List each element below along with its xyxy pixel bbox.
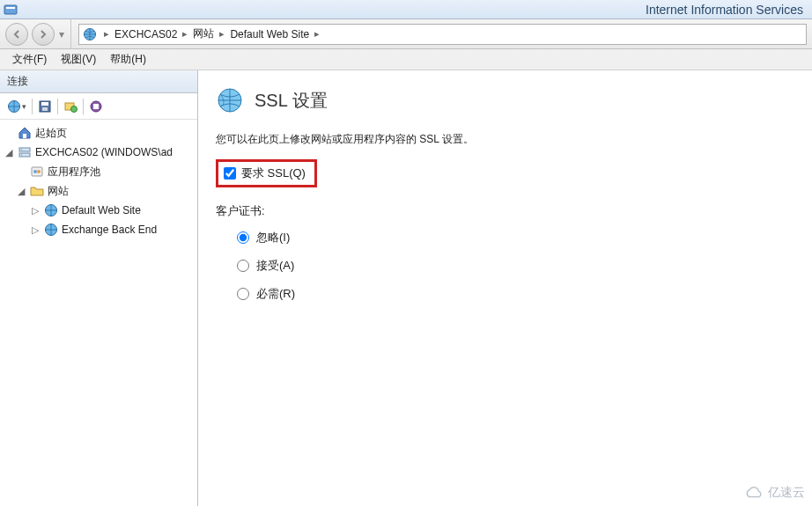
tree-exchange-backend[interactable]: ▷ Exchange Back End: [0, 220, 197, 239]
tree-label: 起始页: [35, 126, 67, 141]
page-title-row: SSL 设置: [216, 86, 794, 114]
tree-label: EXCHCAS02 (WINDOWS\ad: [35, 146, 173, 158]
collapse-icon[interactable]: ◢: [16, 186, 26, 197]
tree-label: Exchange Back End: [62, 224, 157, 236]
stop-button[interactable]: [87, 98, 105, 115]
breadcrumb-sites[interactable]: 网站: [191, 26, 216, 41]
svg-point-15: [21, 154, 23, 156]
connect-button[interactable]: ▾: [5, 98, 28, 115]
breadcrumb-server[interactable]: EXCHCAS02: [113, 28, 179, 40]
page-title: SSL 设置: [255, 89, 328, 113]
tree-app-pools[interactable]: 应用程序池: [0, 162, 197, 181]
radio-accept-label[interactable]: 接受(A): [256, 258, 294, 274]
chevron-down-icon: ▾: [22, 102, 26, 111]
svg-point-18: [37, 170, 41, 173]
chevron-right-icon: ▸: [216, 28, 228, 40]
toolbar-separator: [57, 99, 58, 114]
save-button[interactable]: [36, 98, 54, 115]
page-description: 您可以在此页上修改网站或应用程序内容的 SSL 设置。: [216, 132, 794, 147]
folder-icon: [30, 184, 44, 198]
connections-tree: 起始页 ◢ EXCHCAS02 (WINDOWS\ad 应用程序池 ◢: [0, 120, 197, 506]
breadcrumb-default-site[interactable]: Default Web Site: [228, 28, 311, 40]
menu-view[interactable]: 视图(V): [54, 50, 103, 69]
body: 连接 ▾ 起始页: [0, 70, 812, 506]
connections-toolbar: ▾: [0, 93, 197, 120]
collapse-icon[interactable]: ◢: [4, 147, 14, 158]
refresh-button[interactable]: [62, 98, 79, 115]
radio-require-label[interactable]: 必需(R): [256, 286, 295, 302]
chevron-right-icon: ▸: [179, 28, 191, 40]
radio-ignore-label[interactable]: 忽略(I): [256, 230, 290, 246]
address-bar[interactable]: ▸ EXCHCAS02▸ 网站▸ Default Web Site▸: [78, 24, 807, 45]
menu-help[interactable]: 帮助(H): [103, 50, 153, 69]
content-pane: SSL 设置 您可以在此页上修改网站或应用程序内容的 SSL 设置。 要求 SS…: [198, 70, 812, 506]
expand-icon[interactable]: ▷: [30, 224, 41, 236]
tree-label: 网站: [48, 184, 69, 199]
require-ssl-checkbox[interactable]: [224, 167, 236, 180]
forward-button[interactable]: [32, 23, 55, 46]
app-icon: [4, 3, 18, 17]
tree-sites[interactable]: ◢ 网站: [0, 181, 197, 201]
connections-pane: 连接 ▾ 起始页: [0, 70, 198, 506]
watermark: 亿速云: [743, 485, 805, 501]
tree-label: Default Web Site: [62, 204, 141, 216]
require-ssl-label[interactable]: 要求 SSL(Q): [241, 165, 306, 181]
radio-ignore[interactable]: [237, 231, 249, 244]
tree-label: 应用程序池: [48, 165, 100, 180]
svg-point-14: [21, 149, 23, 150]
server-icon: [18, 145, 32, 159]
nav-bar: ▾ ▸ EXCHCAS02▸ 网站▸ Default Web Site▸: [0, 19, 812, 49]
require-ssl-highlight: 要求 SSL(Q): [216, 159, 317, 187]
globe-icon: [44, 223, 58, 237]
radio-row-require: 必需(R): [237, 286, 794, 302]
tree-start-page[interactable]: 起始页: [0, 123, 197, 143]
svg-rect-5: [41, 102, 48, 106]
radio-row-accept: 接受(A): [237, 258, 794, 274]
cloud-icon: [743, 485, 763, 501]
radio-accept[interactable]: [237, 260, 249, 272]
app-pool-icon: [30, 165, 44, 179]
client-cert-radio-group: 忽略(I) 接受(A) 必需(R): [216, 230, 794, 302]
globe-icon: [83, 27, 97, 41]
svg-rect-6: [42, 107, 48, 111]
svg-rect-11: [23, 134, 26, 138]
title-bar: Internet Information Services: [0, 0, 812, 19]
toolbar-separator: [32, 99, 33, 114]
svg-point-17: [33, 170, 37, 173]
toolbar-separator: [83, 99, 84, 114]
expand-icon[interactable]: ▷: [30, 205, 41, 216]
svg-rect-1: [6, 7, 15, 9]
client-cert-label: 客户证书:: [216, 203, 794, 219]
svg-rect-0: [4, 5, 17, 14]
svg-rect-10: [93, 104, 99, 109]
connections-header: 连接: [0, 70, 197, 93]
home-icon: [18, 126, 32, 140]
tree-server[interactable]: ◢ EXCHCAS02 (WINDOWS\ad: [0, 143, 197, 162]
nav-buttons: ▾: [0, 19, 71, 48]
window-title: Internet Information Services: [23, 3, 808, 17]
menu-bar: 文件(F) 视图(V) 帮助(H): [0, 49, 812, 70]
tree-default-site[interactable]: ▷ Default Web Site: [0, 201, 197, 220]
radio-require[interactable]: [237, 288, 249, 300]
chevron-right-icon: ▸: [100, 28, 113, 40]
radio-row-ignore: 忽略(I): [237, 230, 794, 246]
back-button[interactable]: [5, 23, 28, 46]
globe-icon: [44, 203, 58, 217]
nav-history-dropdown[interactable]: ▾: [56, 23, 67, 46]
menu-file[interactable]: 文件(F): [5, 50, 54, 69]
svg-point-8: [71, 106, 78, 112]
watermark-text: 亿速云: [768, 485, 805, 501]
ssl-icon: [216, 86, 244, 114]
chevron-right-icon: ▸: [311, 28, 323, 40]
